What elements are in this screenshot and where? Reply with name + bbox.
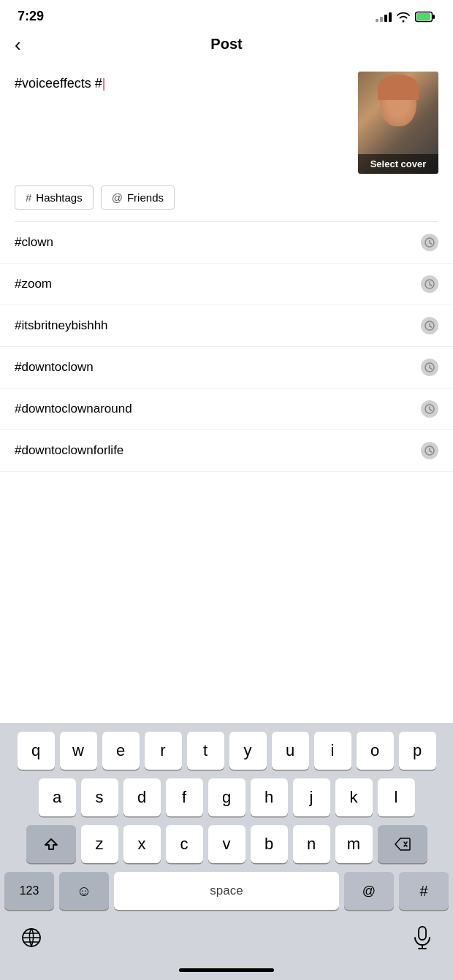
cover-thumbnail[interactable]: Select cover xyxy=(358,72,438,174)
backspace-key[interactable] xyxy=(378,825,427,863)
key-p[interactable]: p xyxy=(399,732,436,770)
status-time: 7:29 xyxy=(18,9,44,24)
hashtags-button[interactable]: # Hashtags xyxy=(15,185,94,210)
text-cursor: | xyxy=(102,76,106,91)
key-w[interactable]: w xyxy=(60,732,97,770)
suggestion-text: #itsbritneybishhh xyxy=(15,318,108,333)
friends-button[interactable]: @ Friends xyxy=(101,185,175,210)
svg-rect-1 xyxy=(433,15,435,19)
history-icon xyxy=(421,234,438,251)
select-cover-label: Select cover xyxy=(358,154,438,174)
key-j[interactable]: j xyxy=(293,778,330,816)
key-q[interactable]: q xyxy=(18,732,55,770)
history-icon xyxy=(421,275,438,293)
key-b[interactable]: b xyxy=(251,825,288,863)
suggestion-item[interactable]: #downtoclown xyxy=(0,347,453,388)
suggestion-text: #downtoclownforlife xyxy=(15,443,123,458)
key-l[interactable]: l xyxy=(378,778,415,816)
key-u[interactable]: u xyxy=(272,732,309,770)
suggestion-text: #downtoclownaround xyxy=(15,402,132,416)
caption-text-content: #voiceeffects # xyxy=(15,76,102,91)
svg-rect-2 xyxy=(416,13,430,20)
suggestions-list: #clown #zoom #itsbritneybishhh #downtocl… xyxy=(0,222,453,472)
back-button[interactable]: ‹ xyxy=(15,35,21,54)
key-x[interactable]: x xyxy=(123,825,161,863)
wifi-icon xyxy=(396,11,411,23)
key-z[interactable]: z xyxy=(81,825,118,863)
home-bar xyxy=(179,968,274,972)
battery-icon xyxy=(415,11,435,23)
hashtags-label: Hashtags xyxy=(36,191,82,204)
action-buttons: # Hashtags @ Friends xyxy=(15,185,438,210)
key-g[interactable]: g xyxy=(208,778,245,816)
suggestion-item[interactable]: #itsbritneybishhh xyxy=(0,305,453,347)
key-i[interactable]: i xyxy=(314,732,351,770)
key-o[interactable]: o xyxy=(357,732,394,770)
key-f[interactable]: f xyxy=(166,778,203,816)
key-d[interactable]: d xyxy=(123,778,161,816)
numbers-key[interactable]: 123 xyxy=(4,872,54,910)
key-n[interactable]: n xyxy=(293,825,330,863)
space-key[interactable]: space xyxy=(114,872,339,910)
keyboard-row-1: q w e r t y u i o p xyxy=(4,732,449,770)
keyboard-row-4: 123 ☺ space @ # xyxy=(4,872,449,910)
hash-key[interactable]: # xyxy=(399,872,449,910)
shift-key[interactable] xyxy=(26,825,76,863)
status-bar: 7:29 xyxy=(0,0,453,28)
suggestion-item[interactable]: #downtoclownforlife xyxy=(0,430,453,472)
key-m[interactable]: m xyxy=(335,825,373,863)
keyboard-bottom-row xyxy=(4,919,449,960)
history-icon xyxy=(421,400,438,418)
key-e[interactable]: e xyxy=(102,732,140,770)
keyboard-row-3: z x c v b n m xyxy=(4,825,449,863)
at-icon: @ xyxy=(112,191,123,204)
friends-label: Friends xyxy=(127,191,164,204)
caption-input[interactable]: #voiceeffects #| xyxy=(15,72,349,93)
content-area: #voiceeffects #| Select cover # Hashtags… xyxy=(0,60,453,222)
globe-icon[interactable] xyxy=(16,922,47,953)
signal-icon xyxy=(376,12,392,22)
suggestion-text: #zoom xyxy=(15,277,52,291)
emoji-key[interactable]: ☺ xyxy=(59,872,109,910)
suggestion-item[interactable]: #zoom xyxy=(0,264,453,305)
keyboard: q w e r t y u i o p a s d f g h j k l z … xyxy=(0,723,453,980)
suggestion-item[interactable]: #clown xyxy=(0,222,453,264)
caption-row: #voiceeffects #| Select cover xyxy=(15,72,438,174)
history-icon xyxy=(421,359,438,376)
key-r[interactable]: r xyxy=(145,732,182,770)
svg-rect-10 xyxy=(419,927,426,940)
history-icon xyxy=(421,442,438,459)
keyboard-row-2: a s d f g h j k l xyxy=(4,778,449,816)
key-s[interactable]: s xyxy=(81,778,118,816)
key-y[interactable]: y xyxy=(229,732,267,770)
key-v[interactable]: v xyxy=(208,825,245,863)
key-h[interactable]: h xyxy=(251,778,288,816)
suggestion-text: #downtoclown xyxy=(15,360,94,375)
at-key[interactable]: @ xyxy=(344,872,394,910)
mic-icon[interactable] xyxy=(408,922,437,954)
suggestion-text: #clown xyxy=(15,235,53,250)
header: ‹ Post xyxy=(0,28,453,60)
page-title: Post xyxy=(210,36,242,53)
key-t[interactable]: t xyxy=(187,732,224,770)
key-k[interactable]: k xyxy=(335,778,373,816)
key-a[interactable]: a xyxy=(39,778,76,816)
status-icons xyxy=(376,11,435,23)
key-c[interactable]: c xyxy=(166,825,203,863)
suggestion-item[interactable]: #downtoclownaround xyxy=(0,388,453,430)
history-icon xyxy=(421,317,438,334)
hashtag-icon: # xyxy=(26,191,31,204)
home-indicator xyxy=(4,960,449,980)
